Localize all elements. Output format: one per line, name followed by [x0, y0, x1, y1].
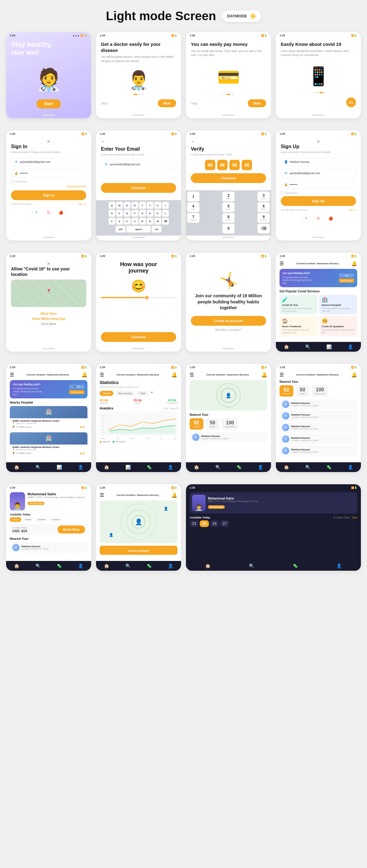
next-button[interactable]: Next [248, 99, 266, 107]
otp-3[interactable]: 08 [229, 160, 240, 170]
otp-1[interactable]: 08 [205, 160, 215, 170]
slider-thumb[interactable] [145, 296, 149, 300]
nav-user[interactable]: 👤 [168, 465, 173, 470]
key-4[interactable]: 4GHI [187, 202, 199, 212]
google-button[interactable]: G [314, 214, 323, 223]
skip-button[interactable]: Skip [101, 101, 107, 105]
create-account-button[interactable]: Create an account [191, 316, 266, 326]
back-arrow[interactable]: ← [191, 139, 266, 144]
signin-link[interactable]: Sign In [348, 208, 356, 211]
nav-search[interactable]: 🔍 [35, 465, 41, 470]
nav-search[interactable]: 🔍 [215, 465, 221, 470]
key-9[interactable]: 9WXYZ [257, 213, 270, 223]
service-hospital[interactable]: 🏥 Nearest Hospital Find the nearest most… [319, 295, 357, 314]
bell-icon[interactable]: 🔔 [171, 372, 177, 378]
nav-stats[interactable]: 📊 [125, 465, 131, 470]
nav-user[interactable]: 👤 [168, 563, 173, 568]
email-field[interactable]: 📧 quickrakibull@gmail.com [281, 169, 356, 178]
hospital-card-2[interactable]: 🏥 AHMC Anaheim Regional Medical Center 📍… [10, 432, 87, 457]
allow-using-button[interactable]: Allow While Using App [11, 317, 86, 320]
key-d[interactable]: D [124, 210, 131, 217]
name-field[interactable]: 👤 Rakibull Hassan [281, 157, 356, 166]
service-home-treatment[interactable]: 🏠 Home Treatment Get home treatment tips… [280, 316, 317, 336]
book-button[interactable]: Book Now [57, 526, 85, 533]
next-button[interactable]: Next [158, 99, 176, 107]
apple-button[interactable]: 🍎 [57, 208, 65, 217]
nav-search[interactable]: 🔍 [305, 344, 310, 349]
key-l[interactable]: L [162, 210, 169, 217]
bell-icon[interactable]: 🔔 [171, 492, 177, 498]
nav-home[interactable]: 🏠 [205, 563, 210, 568]
key-b[interactable]: B [139, 218, 146, 224]
bell-icon[interactable]: 🔔 [261, 372, 267, 378]
time-slot-4[interactable]: 11:00am [49, 517, 61, 522]
nav-user[interactable]: 👤 [78, 465, 83, 470]
nav-covid[interactable]: 🦠 [293, 563, 298, 568]
signin-button[interactable]: Sign In [11, 190, 86, 200]
menu-icon[interactable]: ☰ [100, 372, 104, 378]
time-slot-1[interactable]: 8:00am [10, 517, 21, 522]
facebook-button[interactable]: f [302, 214, 310, 223]
remember-checkbox[interactable] [11, 180, 14, 183]
filter-country[interactable]: My Country [115, 391, 135, 396]
key-h[interactable]: H [147, 210, 153, 217]
nav-search[interactable]: 🔍 [125, 563, 131, 568]
filter-total[interactable]: Total [137, 391, 149, 396]
patient-item[interactable]: R Rakibull HassanLocation: Amberkona, Sy… [280, 422, 357, 433]
continue-button[interactable]: Continue [101, 332, 176, 342]
key-y[interactable]: Y [147, 202, 153, 209]
back-arrow[interactable]: ← [101, 139, 176, 144]
service-covid-test[interactable]: 🧪 Covid-19 Test Apply for Covid-19 test … [280, 295, 317, 314]
email-field[interactable]: 📧 quickrakibull@gmail.com [101, 160, 176, 169]
daymode-toggle[interactable]: DAYMODE ☀️ [222, 10, 261, 22]
bell-icon[interactable]: 🔔 [81, 372, 87, 378]
key-e[interactable]: E [124, 202, 131, 209]
call-button[interactable]: 📞 Call [69, 385, 84, 389]
nav-covid[interactable]: 🦠 [326, 465, 332, 470]
nav-home[interactable]: 🏠 [104, 465, 109, 470]
date-24[interactable]: 24 [200, 520, 208, 527]
bell-icon[interactable]: 🔔 [351, 260, 357, 267]
key-q[interactable]: Q [109, 202, 115, 209]
key-i[interactable]: I [162, 202, 169, 209]
facebook-button[interactable]: f [32, 208, 41, 217]
dont-allow-button[interactable]: Don't Allow [11, 322, 86, 326]
nav-user[interactable]: 👤 [336, 563, 342, 568]
key-g[interactable]: G [139, 210, 146, 217]
key-m[interactable]: M [154, 218, 161, 224]
nav-stats[interactable]: 📊 [326, 344, 332, 349]
key-o[interactable]: O [109, 210, 115, 217]
key-del[interactable]: ⌫ [162, 218, 169, 224]
key-7[interactable]: 7PQRS [187, 213, 199, 223]
nav-covid[interactable]: 🦠 [146, 563, 152, 568]
key-123[interactable]: 123 [116, 226, 125, 232]
signup-link[interactable]: Sign up [78, 203, 86, 205]
nav-user[interactable]: 👤 [348, 465, 353, 470]
key-w[interactable]: W [116, 202, 123, 209]
key-5[interactable]: 5JKL [222, 202, 234, 212]
key-go[interactable]: Go [152, 226, 162, 232]
menu-icon[interactable]: ☰ [280, 260, 284, 267]
key-1[interactable]: 1 [187, 192, 199, 202]
key-x[interactable]: X [116, 218, 123, 224]
patient-item[interactable]: R Rakibull HassanLocation: Amberkona, Sy… [280, 399, 357, 409]
key-v[interactable]: V [132, 218, 138, 224]
close-button[interactable]: ✕ [11, 261, 86, 266]
key-3[interactable]: 3DEF [257, 192, 270, 202]
key-space[interactable]: space [126, 226, 151, 232]
dropdown-icon[interactable]: ▼ [150, 391, 153, 396]
key-p[interactable]: P [116, 210, 123, 217]
skip-button[interactable]: Skip [191, 101, 197, 105]
call-button[interactable]: Call [339, 274, 354, 277]
menu-icon[interactable]: ☰ [280, 372, 284, 378]
patient-item[interactable]: R Rakibull Hassan Location: Amberkona, S… [190, 432, 267, 442]
key-6[interactable]: 6MNO [257, 202, 270, 212]
patient-item[interactable]: R Rakibull HassanLocation: Amberkona, Sy… [280, 411, 357, 421]
key-r[interactable]: R [132, 202, 138, 209]
already-member-button[interactable]: Already a member? [191, 328, 266, 332]
menu-icon[interactable]: ☰ [10, 372, 14, 378]
key-0[interactable]: 0 [222, 224, 234, 234]
date-25[interactable]: 25 [210, 520, 219, 527]
nav-home[interactable]: 🏠 [284, 344, 289, 349]
continue-button[interactable]: Continue [191, 173, 266, 183]
